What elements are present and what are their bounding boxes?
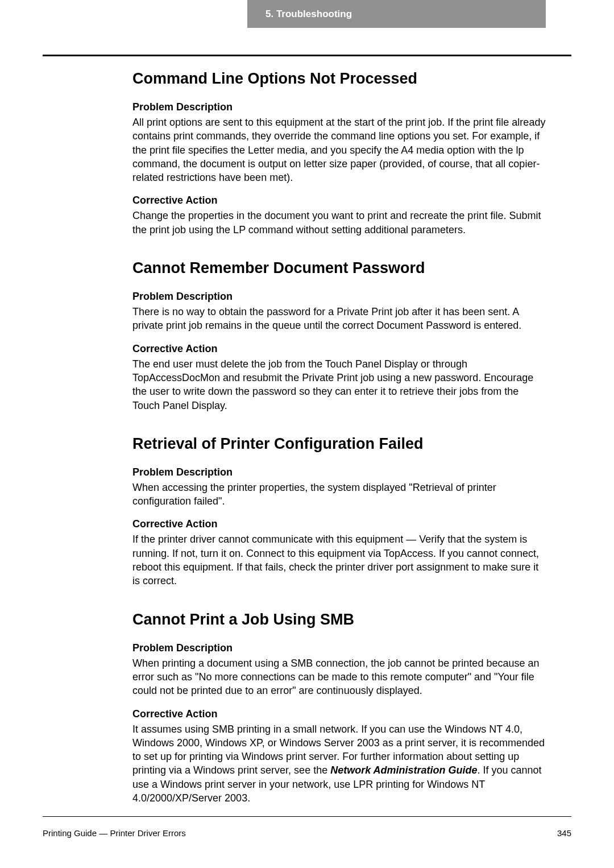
section-title: Command Line Options Not Processed xyxy=(132,70,571,88)
section-title: Cannot Remember Document Password xyxy=(132,259,571,277)
action-label: Corrective Action xyxy=(132,343,549,355)
problem-text: There is no way to obtain the password f… xyxy=(132,305,549,333)
section-retrieval: Retrieval of Printer Configuration Faile… xyxy=(43,435,571,588)
section-password: Cannot Remember Document Password Proble… xyxy=(43,259,571,412)
footer-divider xyxy=(43,816,571,817)
section-command-line: Command Line Options Not Processed Probl… xyxy=(43,70,571,237)
footer-row: Printing Guide — Printer Driver Errors 3… xyxy=(43,828,571,838)
problem-block: Problem Description All print options ar… xyxy=(132,101,549,184)
top-divider xyxy=(43,55,571,56)
action-block: Corrective Action The end user must dele… xyxy=(132,343,549,412)
section-title: Retrieval of Printer Configuration Faile… xyxy=(132,435,571,453)
action-label: Corrective Action xyxy=(132,195,549,206)
action-text: If the printer driver cannot communicate… xyxy=(132,532,549,588)
action-block: Corrective Action It assumes using SMB p… xyxy=(132,708,549,805)
problem-label: Problem Description xyxy=(132,291,549,303)
action-text: The end user must delete the job from th… xyxy=(132,357,549,412)
action-label: Corrective Action xyxy=(132,708,549,720)
action-block: Corrective Action Change the properties … xyxy=(132,195,549,237)
action-block: Corrective Action If the printer driver … xyxy=(132,518,549,588)
problem-label: Problem Description xyxy=(132,642,549,654)
page-footer: Printing Guide — Printer Driver Errors 3… xyxy=(43,816,571,838)
problem-block: Problem Description There is no way to o… xyxy=(132,291,549,333)
section-smb: Cannot Print a Job Using SMB Problem Des… xyxy=(43,611,571,805)
problem-block: Problem Description When printing a docu… xyxy=(132,642,549,698)
chapter-label: 5. Troubleshooting xyxy=(265,9,352,20)
section-title: Cannot Print a Job Using SMB xyxy=(132,611,571,629)
action-text-emph: Network Administration Guide xyxy=(330,764,477,776)
footer-left: Printing Guide — Printer Driver Errors xyxy=(43,828,186,838)
problem-block: Problem Description When accessing the p… xyxy=(132,466,549,509)
page-number: 345 xyxy=(557,828,571,838)
header-band: 5. Troubleshooting xyxy=(247,0,546,28)
problem-text: When printing a document using a SMB con… xyxy=(132,656,549,698)
page-content: Command Line Options Not Processed Probl… xyxy=(43,55,571,828)
problem-label: Problem Description xyxy=(132,466,549,478)
problem-text: When accessing the printer properties, t… xyxy=(132,481,549,509)
action-text: It assumes using SMB printing in a small… xyxy=(132,722,549,805)
action-text: Change the properties in the document yo… xyxy=(132,209,549,237)
problem-text: All print options are sent to this equip… xyxy=(132,115,549,184)
problem-label: Problem Description xyxy=(132,101,549,113)
action-label: Corrective Action xyxy=(132,518,549,530)
